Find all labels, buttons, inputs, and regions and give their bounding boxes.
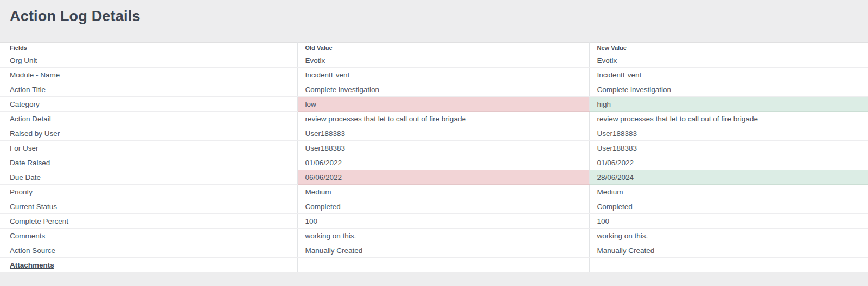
page-header: Action Log Details	[0, 0, 868, 42]
field-name-cell: Attachments	[0, 258, 297, 272]
table-row: Due Date06/06/202228/06/2024	[0, 170, 868, 185]
log-table-body: Org UnitEvotixEvotixModule - NameInciden…	[0, 53, 868, 272]
field-name-cell: Priority	[0, 185, 297, 199]
table-row: Action Detailreview processes that let t…	[0, 112, 868, 126]
old-value-cell: Complete investigation	[297, 82, 589, 97]
field-name-cell: For User	[0, 141, 297, 155]
field-name-cell: Comments	[0, 229, 297, 243]
new-value-cell: working on this.	[589, 229, 868, 243]
table-row: Raised by UserUser188383User188383	[0, 126, 868, 141]
table-row: Action TitleComplete investigationComple…	[0, 82, 868, 97]
column-header-new-value: New Value	[589, 43, 868, 53]
new-value-cell: Complete investigation	[589, 82, 868, 97]
old-value-cell: 100	[297, 214, 589, 229]
old-value-cell: 01/06/2022	[297, 155, 589, 170]
new-value-cell: Manually Created	[589, 243, 868, 258]
column-header-fields: Fields	[0, 43, 297, 53]
table-row: Complete Percent100100	[0, 214, 868, 229]
old-value-cell: Medium	[297, 185, 589, 199]
new-value-cell: User188383	[589, 141, 868, 155]
old-value-cell: review processes that let to call out of…	[297, 112, 589, 126]
old-value-cell: User188383	[297, 126, 589, 141]
old-value-cell: low	[297, 97, 589, 112]
new-value-cell: Completed	[589, 199, 868, 214]
field-name-cell: Action Source	[0, 243, 297, 258]
table-row: Date Raised01/06/202201/06/2022	[0, 155, 868, 170]
new-value-cell: review processes that let to call out of…	[589, 112, 868, 126]
old-value-cell: Completed	[297, 199, 589, 214]
field-name-cell: Current Status	[0, 199, 297, 214]
old-value-cell: IncidentEvent	[297, 68, 589, 82]
new-value-cell: Medium	[589, 185, 868, 199]
new-value-cell: 01/06/2022	[589, 155, 868, 170]
table-row: PriorityMediumMedium	[0, 185, 868, 199]
field-name-cell: Raised by User	[0, 126, 297, 141]
new-value-cell: IncidentEvent	[589, 68, 868, 82]
old-value-cell: 06/06/2022	[297, 170, 589, 185]
action-log-table: Fields Old Value New Value Org UnitEvoti…	[0, 42, 868, 272]
field-name-cell: Module - Name	[0, 68, 297, 82]
table-row: For UserUser188383User188383	[0, 141, 868, 155]
new-value-cell: high	[589, 97, 868, 112]
old-value-cell	[297, 258, 589, 272]
field-name-cell: Complete Percent	[0, 214, 297, 229]
field-name-cell: Action Detail	[0, 112, 297, 126]
column-header-old-value: Old Value	[297, 43, 589, 53]
attachments-link[interactable]: Attachments	[10, 261, 54, 269]
table-row: Module - NameIncidentEventIncidentEvent	[0, 68, 868, 82]
new-value-cell: 28/06/2024	[589, 170, 868, 185]
page-title: Action Log Details	[10, 8, 868, 25]
field-name-cell: Due Date	[0, 170, 297, 185]
old-value-cell: Evotix	[297, 53, 589, 68]
field-name-cell: Action Title	[0, 82, 297, 97]
table-row: Categorylowhigh	[0, 97, 868, 112]
table-row: Org UnitEvotixEvotix	[0, 53, 868, 68]
new-value-cell: 100	[589, 214, 868, 229]
table-header-row: Fields Old Value New Value	[0, 43, 868, 53]
table-row: Attachments	[0, 258, 868, 272]
table-row: Current StatusCompletedCompleted	[0, 199, 868, 214]
field-name-cell: Category	[0, 97, 297, 112]
old-value-cell: User188383	[297, 141, 589, 155]
new-value-cell: User188383	[589, 126, 868, 141]
field-name-cell: Org Unit	[0, 53, 297, 68]
new-value-cell	[589, 258, 868, 272]
old-value-cell: working on this.	[297, 229, 589, 243]
field-name-cell: Date Raised	[0, 155, 297, 170]
new-value-cell: Evotix	[589, 53, 868, 68]
old-value-cell: Manually Created	[297, 243, 589, 258]
table-row: Action SourceManually CreatedManually Cr…	[0, 243, 868, 258]
table-row: Commentsworking on this.working on this.	[0, 229, 868, 243]
